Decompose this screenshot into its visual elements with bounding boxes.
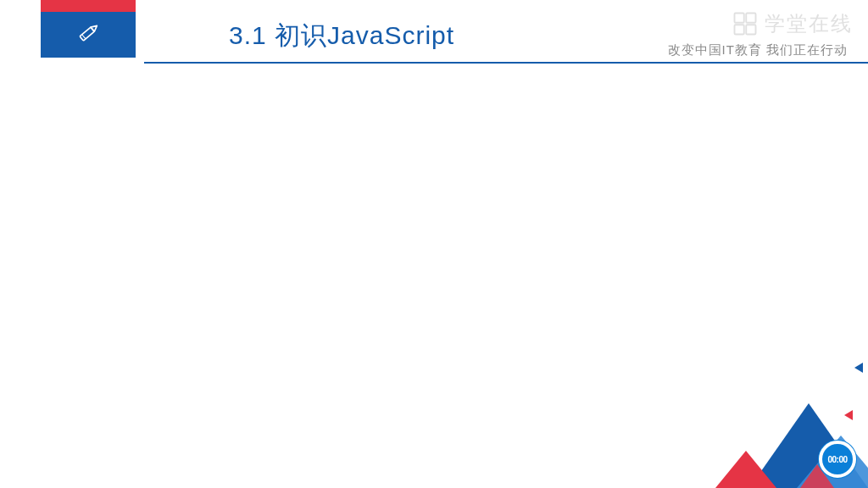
watermark: 学堂在线 <box>732 10 853 37</box>
svg-rect-6 <box>746 25 755 34</box>
svg-rect-4 <box>746 14 755 23</box>
svg-rect-5 <box>735 25 744 34</box>
svg-rect-3 <box>735 14 744 23</box>
header-icon-block <box>41 12 136 58</box>
svg-line-2 <box>82 35 86 39</box>
watermark-text: 学堂在线 <box>765 10 853 37</box>
accent-red-bar <box>41 0 136 12</box>
slide-subtitle: 改变中国IT教育 我们正在行动 <box>668 42 849 58</box>
slide-title: 3.1 初识JavaScript <box>229 19 454 53</box>
grid-icon <box>732 11 758 36</box>
timer-badge: 00:00 <box>819 441 856 478</box>
header-rule <box>144 62 868 64</box>
pencil-icon <box>73 18 103 52</box>
timer-value: 00:00 <box>827 455 847 464</box>
svg-marker-1 <box>91 24 99 32</box>
slide: 3.1 初识JavaScript 改变中国IT教育 我们正在行动 学堂在线 00… <box>0 0 868 488</box>
